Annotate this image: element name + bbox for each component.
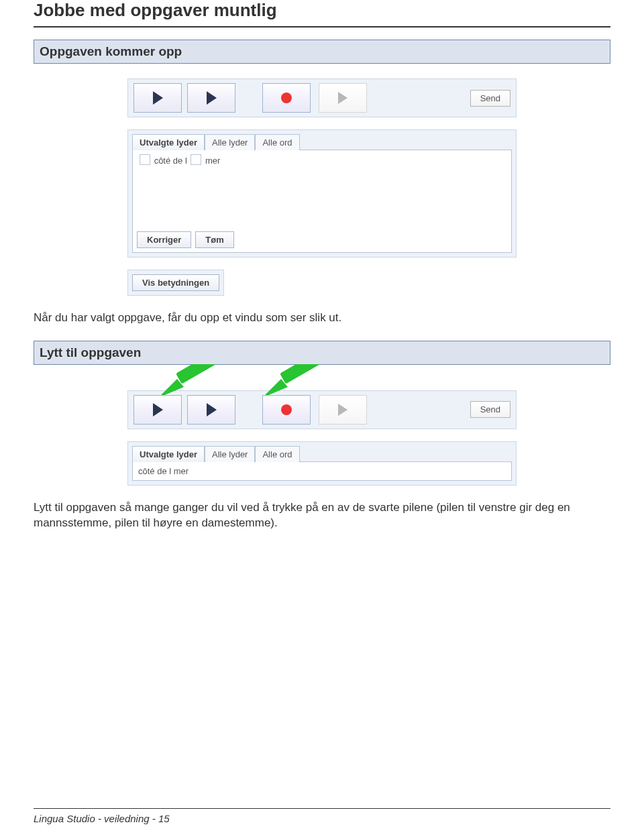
send-button[interactable]: Send — [470, 90, 511, 107]
send-button[interactable]: Send — [470, 401, 511, 418]
screenshot-panel-2: Send Utvalgte lyder Alle lyder Alle ord … — [127, 390, 517, 486]
tab-body: côté de l mer — [132, 461, 512, 481]
footer-text: Lingua Studio - veiledning - 15 — [34, 813, 610, 824]
tab-alle-lyder[interactable]: Alle lyder — [205, 134, 255, 150]
tab-utvalgte-lyder[interactable]: Utvalgte lyder — [132, 134, 205, 150]
cloze-text-2: mer — [205, 156, 220, 166]
record-icon — [281, 93, 292, 103]
cloze-text-2: mer — [174, 466, 189, 476]
screenshot-panel-1: Send Utvalgte lyder Alle lyder Alle ord … — [127, 78, 517, 296]
tab-alle-lyder[interactable]: Alle lyder — [205, 446, 255, 462]
play-recording-button[interactable] — [319, 83, 367, 113]
title-rule — [34, 26, 610, 27]
tab-utvalgte-lyder[interactable]: Utvalgte lyder — [132, 446, 205, 462]
play-recording-button[interactable] — [319, 395, 367, 425]
play-icon — [207, 403, 217, 416]
toolbar: Send — [127, 390, 517, 429]
blank-input[interactable] — [140, 154, 150, 165]
section1-caption: Når du har valgt oppgave, får du opp et … — [34, 311, 610, 326]
play-button-1[interactable] — [133, 83, 182, 113]
section-header-oppgaven: Oppgaven kommer opp — [34, 40, 610, 64]
blank-input[interactable] — [191, 154, 201, 165]
vis-betydningen-button[interactable]: Vis betydningen — [132, 274, 219, 291]
svg-rect-1 — [176, 364, 217, 384]
vis-betydningen-wrap: Vis betydningen — [127, 270, 224, 296]
cloze-text-1: côté de l — [138, 466, 171, 476]
tabs-container: Utvalgte lyder Alle lyder Alle ord côté … — [127, 441, 517, 486]
play-icon — [207, 91, 217, 105]
tab-alle-ord[interactable]: Alle ord — [255, 134, 299, 150]
play-icon — [153, 403, 163, 416]
tom-button[interactable]: Tøm — [195, 231, 233, 248]
play-button-2[interactable] — [187, 83, 235, 113]
record-button[interactable] — [262, 395, 311, 425]
play-button-1[interactable] — [133, 395, 182, 425]
page-footer: Lingua Studio - veiledning - 15 — [34, 808, 610, 824]
section-header-lytt: Lytt til oppgaven — [34, 341, 610, 365]
play-disabled-icon — [338, 92, 347, 104]
play-button-2[interactable] — [187, 395, 235, 425]
tab-body: côté de l mer Korriger Tøm — [132, 150, 512, 253]
play-disabled-icon — [338, 404, 347, 416]
play-icon — [153, 91, 163, 105]
toolbar: Send — [127, 78, 517, 117]
korriger-button[interactable]: Korriger — [137, 231, 191, 248]
svg-rect-3 — [280, 364, 321, 384]
section2-caption: Lytt til oppgaven så mange ganger du vil… — [34, 500, 610, 531]
record-icon — [281, 404, 292, 415]
tab-alle-ord[interactable]: Alle ord — [255, 446, 299, 462]
cloze-text-1: côté de l — [154, 156, 187, 166]
page-title: Jobbe med oppgaver muntlig — [34, 0, 610, 21]
tabs-container: Utvalgte lyder Alle lyder Alle ord côté … — [127, 129, 517, 258]
record-button[interactable] — [262, 83, 311, 113]
